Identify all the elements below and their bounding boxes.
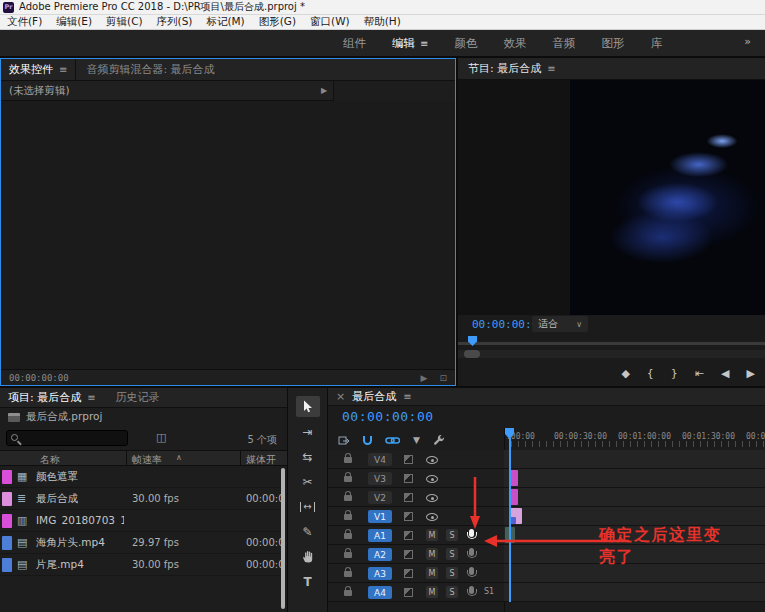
zoom-level-select[interactable]: 适合∨ — [532, 316, 588, 332]
track-lane-v3[interactable] — [504, 469, 765, 488]
workspace-overflow-button[interactable]: » — [744, 35, 751, 48]
clip-v2[interactable] — [510, 489, 518, 505]
column-fps[interactable]: 帧速率 — [132, 453, 162, 467]
voiceover-record-mic-icon[interactable] — [469, 567, 474, 575]
sync-lock-icon[interactable] — [404, 455, 413, 464]
linked-selection-icon[interactable] — [385, 436, 400, 445]
selection-tool[interactable] — [296, 396, 320, 417]
timeline-settings-wrench-icon[interactable] — [433, 434, 445, 446]
program-scrub-bar[interactable] — [458, 342, 765, 345]
program-zoom-scrollbar[interactable] — [458, 350, 765, 358]
panel-menu-icon[interactable]: ≡ — [59, 64, 67, 75]
lock-icon[interactable] — [344, 552, 352, 558]
solo-button[interactable]: S — [446, 529, 458, 541]
sync-lock-icon[interactable] — [404, 588, 413, 597]
track-target-button[interactable]: A4 — [368, 586, 392, 599]
menu-file[interactable]: 文件(F) — [0, 15, 49, 29]
timeline-playhead-line[interactable] — [509, 438, 511, 602]
track-target-button[interactable]: V3 — [368, 472, 392, 485]
mute-button[interactable]: M — [426, 548, 438, 560]
lock-icon[interactable] — [344, 533, 352, 539]
lock-icon[interactable] — [344, 457, 352, 463]
solo-button[interactable]: S — [446, 567, 458, 579]
sync-lock-icon[interactable] — [404, 474, 413, 483]
project-row-image[interactable]: ▥ IMG_20180703_144812.jpg — [0, 510, 283, 532]
panel-menu-icon[interactable]: ≡ — [87, 392, 95, 403]
tab-audio-clip-mixer[interactable]: 音频剪辑混合器: 最后合成 — [75, 59, 224, 80]
panel-menu-icon[interactable]: ≡ — [420, 38, 428, 49]
panel-menu-icon[interactable]: ≡ — [547, 63, 555, 74]
menu-help[interactable]: 帮助(H) — [357, 15, 408, 29]
project-row-video[interactable]: ▤ 片尾.mp4 30.00 fps 00:00:0 — [0, 554, 283, 576]
label-color-chip[interactable] — [2, 492, 12, 506]
tab-history[interactable]: 历史记录 — [104, 390, 172, 405]
solo-button[interactable]: S — [446, 548, 458, 560]
label-color-chip[interactable] — [2, 558, 12, 572]
column-divider[interactable] — [240, 451, 241, 465]
search-input[interactable] — [6, 430, 128, 446]
time-ruler[interactable] — [504, 441, 765, 447]
sync-lock-icon[interactable] — [404, 512, 413, 521]
track-lane-a4[interactable] — [504, 583, 765, 602]
export-frame-icon[interactable]: ⊡ — [439, 373, 447, 383]
workspace-tab-effects[interactable]: 效果 — [490, 30, 539, 56]
voiceover-record-mic-icon[interactable] — [469, 529, 474, 537]
pen-tool[interactable]: ✎ — [296, 521, 320, 542]
mark-in-icon[interactable]: { — [647, 367, 654, 380]
solo-button[interactable]: S — [446, 586, 458, 598]
column-media-start[interactable]: 媒体开 — [246, 453, 276, 467]
sequence-name[interactable]: 最后合成 — [352, 389, 396, 404]
sync-lock-icon[interactable] — [404, 493, 413, 502]
project-file-row[interactable]: 最后合成.prproj — [0, 408, 287, 426]
sync-lock-icon[interactable] — [404, 550, 413, 559]
step-back-icon[interactable]: ◀ — [721, 367, 729, 380]
label-color-chip[interactable] — [2, 470, 12, 484]
hand-tool[interactable] — [296, 546, 320, 567]
play-icon[interactable]: ▶ — [421, 373, 428, 383]
label-color-chip[interactable] — [2, 514, 12, 528]
toggle-track-output-icon[interactable] — [426, 513, 438, 521]
menu-clip[interactable]: 剪辑(C) — [99, 15, 150, 29]
clip-v3[interactable] — [510, 470, 518, 486]
panel-menu-icon[interactable]: ≡ — [403, 391, 411, 402]
close-icon[interactable]: × — [336, 390, 345, 403]
toggle-track-output-icon[interactable] — [426, 456, 438, 464]
menu-edit[interactable]: 编辑(E) — [49, 15, 99, 29]
lock-icon[interactable] — [344, 590, 352, 596]
clip-v1-sub[interactable] — [510, 517, 516, 524]
track-target-button[interactable]: V4 — [368, 453, 392, 466]
workspace-tab-graphics[interactable]: 图形 — [588, 30, 637, 56]
voiceover-record-mic-icon[interactable] — [469, 586, 474, 594]
workspace-tab-assembly[interactable]: 组件 — [330, 30, 379, 56]
toggle-track-output-icon[interactable] — [426, 475, 438, 483]
voiceover-record-mic-icon[interactable] — [469, 548, 474, 556]
lock-icon[interactable] — [344, 571, 352, 577]
mute-button[interactable]: M — [426, 529, 438, 541]
play-icon[interactable]: ▶ — [747, 367, 755, 380]
timeline-timecode[interactable]: 00:00:00:00 — [342, 409, 434, 424]
project-row-video[interactable]: ▤ 海角片头.mp4 29.97 fps 00:00:0 — [0, 532, 283, 554]
timeline-tab[interactable]: × 最后合成 ≡ — [328, 388, 765, 406]
label-color-chip[interactable] — [2, 536, 12, 550]
sync-lock-icon[interactable] — [404, 569, 413, 578]
workspace-tab-color[interactable]: 颜色 — [441, 30, 490, 56]
menu-graphics[interactable]: 图形(G) — [252, 15, 303, 29]
track-target-button[interactable]: V1 — [368, 510, 392, 523]
lock-icon[interactable] — [344, 514, 352, 520]
type-tool[interactable]: T — [296, 571, 320, 592]
menu-marker[interactable]: 标记(M) — [199, 15, 251, 29]
column-name[interactable]: 名称 — [40, 453, 60, 467]
add-marker-icon[interactable]: ◆ — [621, 367, 629, 380]
workspace-tab-editing[interactable]: 编辑≡ — [379, 30, 441, 56]
track-lane-v2[interactable] — [504, 488, 765, 507]
lock-icon[interactable] — [344, 495, 352, 501]
track-target-button[interactable]: V2 — [368, 491, 392, 504]
slip-tool[interactable]: ↔ — [296, 496, 320, 517]
expand-icon[interactable]: ▶ — [321, 86, 327, 95]
workspace-tab-libraries[interactable]: 库 — [637, 30, 675, 56]
program-tab[interactable]: 节目: 最后合成≡ — [458, 58, 765, 80]
razor-tool[interactable]: ✂ — [296, 471, 320, 492]
mute-button[interactable]: M — [426, 586, 438, 598]
add-marker-icon[interactable]: ▼ — [413, 435, 420, 445]
track-target-button[interactable]: A1 — [368, 529, 392, 542]
